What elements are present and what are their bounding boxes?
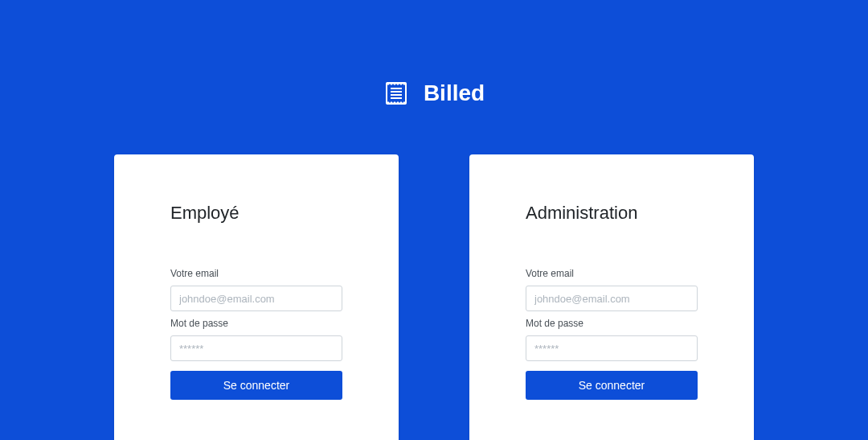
app-header: Billed (0, 80, 868, 106)
employee-password-input[interactable] (170, 335, 342, 361)
admin-card-title: Administration (526, 203, 698, 224)
admin-password-label: Mot de passe (526, 318, 698, 329)
employee-login-form: Votre email Mot de passe Se connecter (170, 268, 342, 400)
employee-email-input[interactable] (170, 286, 342, 311)
admin-password-input[interactable] (526, 335, 698, 361)
admin-submit-button[interactable]: Se connecter (526, 371, 698, 400)
employee-password-label: Mot de passe (170, 318, 342, 329)
employee-email-label: Votre email (170, 268, 342, 279)
admin-login-form: Votre email Mot de passe Se connecter (526, 268, 698, 400)
admin-email-input[interactable] (526, 286, 698, 311)
admin-login-card: Administration Votre email Mot de passe … (469, 154, 754, 440)
login-cards-container: Employé Votre email Mot de passe Se conn… (0, 154, 868, 440)
admin-email-label: Votre email (526, 268, 698, 279)
employee-submit-button[interactable]: Se connecter (170, 371, 342, 400)
receipt-icon (383, 80, 409, 106)
employee-login-card: Employé Votre email Mot de passe Se conn… (114, 154, 399, 440)
app-title: Billed (424, 80, 485, 106)
employee-card-title: Employé (170, 203, 342, 224)
svg-rect-0 (387, 83, 406, 104)
